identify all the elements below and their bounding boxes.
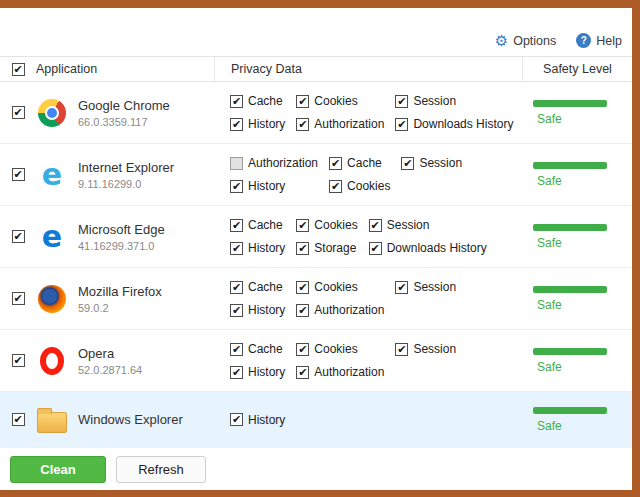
privacy-checkbox-authorization[interactable]: Authorization <box>296 117 384 131</box>
checkbox[interactable] <box>329 180 342 193</box>
checkbox[interactable] <box>230 343 243 356</box>
checkbox[interactable] <box>230 219 243 232</box>
privacy-checkbox-authorization[interactable]: Authorization <box>296 365 384 379</box>
privacy-checkbox-downloads-history[interactable]: Downloads History <box>369 241 487 255</box>
checkbox[interactable] <box>230 157 243 170</box>
checkbox[interactable] <box>230 413 243 426</box>
privacy-checkbox-cookies[interactable]: Cookies <box>329 179 390 193</box>
checkbox[interactable] <box>230 366 243 379</box>
privacy-options: History <box>230 413 307 427</box>
checkbox[interactable] <box>401 157 414 170</box>
privacy-checkbox-session[interactable]: Session <box>369 218 487 232</box>
privacy-checkbox-storage[interactable]: Storage <box>296 241 357 255</box>
checkbox[interactable] <box>230 118 243 131</box>
checkbox[interactable] <box>296 343 309 356</box>
gear-icon: ⚙ <box>495 33 508 48</box>
privacy-checkbox-cookies[interactable]: Cookies <box>296 218 357 232</box>
privacy-label: History <box>248 241 285 255</box>
privacy-label: Cache <box>248 280 283 294</box>
privacy-checkbox-history[interactable]: History <box>230 413 285 427</box>
privacy-label: Downloads History <box>413 117 513 131</box>
table-row[interactable]: Google Chrome 66.0.3359.117 CacheCookies… <box>0 82 632 144</box>
privacy-checkbox-downloads-history[interactable]: Downloads History <box>395 117 513 131</box>
checkbox[interactable] <box>296 304 309 317</box>
row-select-checkbox[interactable] <box>12 413 25 426</box>
table-row[interactable]: Opera 52.0.2871.64 CacheCookiesSessionHi… <box>0 330 632 392</box>
privacy-label: Cookies <box>314 280 357 294</box>
privacy-options: AuthorizationCacheSessionHistoryCookies <box>230 156 462 193</box>
app-name: Google Chrome <box>78 98 170 113</box>
privacy-checkbox-cache[interactable]: Cache <box>230 218 285 232</box>
row-select-checkbox[interactable] <box>12 292 25 305</box>
row-select-checkbox[interactable] <box>12 168 25 181</box>
app-version: 59.0.2 <box>78 302 162 314</box>
checkbox[interactable] <box>230 180 243 193</box>
privacy-checkbox-history[interactable]: History <box>230 365 285 379</box>
checkbox[interactable] <box>329 157 342 170</box>
privacy-label: History <box>248 179 285 193</box>
row-select-checkbox[interactable] <box>12 106 25 119</box>
privacy-checkbox-session[interactable]: Session <box>395 342 456 356</box>
checkbox[interactable] <box>296 242 309 255</box>
privacy-checkbox-cookies[interactable]: Cookies <box>296 342 384 356</box>
clean-button[interactable]: Clean <box>10 456 106 483</box>
application-list: Google Chrome 66.0.3359.117 CacheCookies… <box>0 82 632 448</box>
options-label: Options <box>513 34 556 48</box>
safety-level-label: Safe <box>537 298 562 312</box>
privacy-checkbox-authorization[interactable]: Authorization <box>296 303 384 317</box>
privacy-label: Downloads History <box>387 241 487 255</box>
row-select-checkbox[interactable] <box>12 230 25 243</box>
table-row[interactable]: e Internet Explorer 9.11.16299.0 Authori… <box>0 144 632 206</box>
checkbox[interactable] <box>296 281 309 294</box>
privacy-checkbox-history[interactable]: History <box>230 117 285 131</box>
checkbox[interactable] <box>296 219 309 232</box>
app-window: ⚙ Options ? Help Application Privacy Dat… <box>0 0 640 497</box>
table-row[interactable]: e Microsoft Edge 41.16299.371.0 CacheCoo… <box>0 206 632 268</box>
edge-icon: e <box>36 221 68 253</box>
checkbox[interactable] <box>395 343 408 356</box>
privacy-checkbox-history[interactable]: History <box>230 241 285 255</box>
privacy-checkbox-session[interactable]: Session <box>401 156 462 170</box>
checkbox[interactable] <box>296 366 309 379</box>
privacy-label: Cache <box>248 94 283 108</box>
checkbox[interactable] <box>296 118 309 131</box>
checkbox[interactable] <box>369 242 382 255</box>
checkbox[interactable] <box>296 95 309 108</box>
privacy-checkbox-cookies[interactable]: Cookies <box>296 280 384 294</box>
table-row[interactable]: Windows Explorer History Safe <box>0 392 632 448</box>
privacy-checkbox-history[interactable]: History <box>230 303 285 317</box>
checkbox[interactable] <box>230 304 243 317</box>
privacy-checkbox-session[interactable]: Session <box>395 280 456 294</box>
options-button[interactable]: ⚙ Options <box>495 33 557 48</box>
safety-level-label: Safe <box>537 174 562 188</box>
privacy-checkbox-history[interactable]: History <box>230 179 318 193</box>
privacy-checkbox-authorization[interactable]: Authorization <box>230 156 318 170</box>
help-icon: ? <box>576 33 591 48</box>
checkbox[interactable] <box>395 95 408 108</box>
checkbox[interactable] <box>230 281 243 294</box>
privacy-checkbox-session[interactable]: Session <box>395 94 513 108</box>
privacy-checkbox-cookies[interactable]: Cookies <box>296 94 384 108</box>
refresh-button[interactable]: Refresh <box>116 456 206 483</box>
safety-level-bar <box>533 224 607 231</box>
checkbox[interactable] <box>395 118 408 131</box>
privacy-label: Authorization <box>314 365 384 379</box>
privacy-data-column-header: Privacy Data <box>214 57 522 81</box>
checkbox[interactable] <box>369 219 382 232</box>
checkbox[interactable] <box>395 281 408 294</box>
app-name: Opera <box>78 346 142 361</box>
safety-level-label: Safe <box>537 236 562 250</box>
privacy-label: History <box>248 413 285 427</box>
row-select-checkbox[interactable] <box>12 354 25 367</box>
privacy-label: Authorization <box>248 156 318 170</box>
privacy-checkbox-cache[interactable]: Cache <box>230 342 285 356</box>
checkbox[interactable] <box>230 242 243 255</box>
table-row[interactable]: Mozilla Firefox 59.0.2 CacheCookiesSessi… <box>0 268 632 330</box>
help-button[interactable]: ? Help <box>576 33 622 48</box>
select-all-checkbox[interactable] <box>12 63 25 76</box>
footer-bar: Clean Refresh <box>0 448 632 490</box>
privacy-checkbox-cache[interactable]: Cache <box>329 156 390 170</box>
checkbox[interactable] <box>230 95 243 108</box>
privacy-checkbox-cache[interactable]: Cache <box>230 280 285 294</box>
privacy-checkbox-cache[interactable]: Cache <box>230 94 285 108</box>
